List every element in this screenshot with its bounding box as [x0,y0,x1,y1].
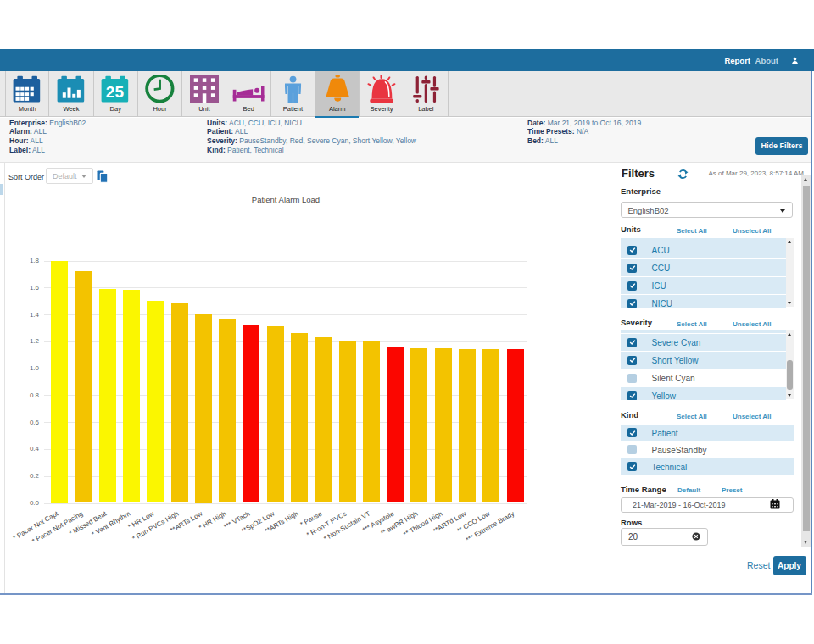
svg-text:25: 25 [106,83,125,101]
